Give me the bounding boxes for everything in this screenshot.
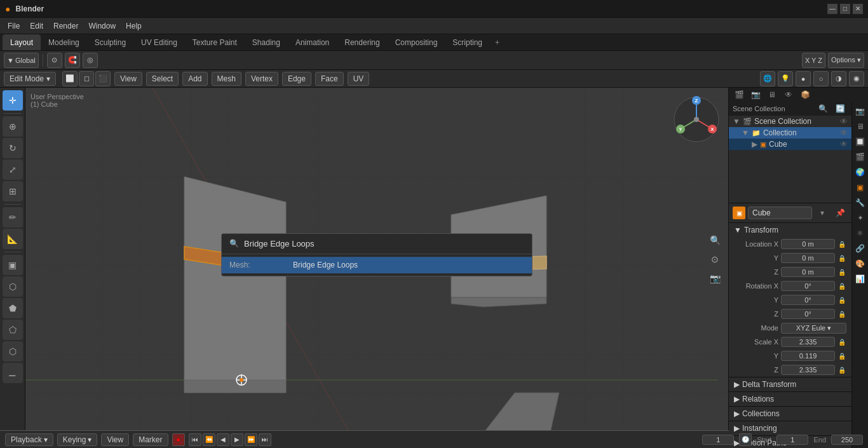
snap-toggle[interactable]: 🧲 bbox=[65, 53, 80, 68]
constraints-props-icon[interactable]: 🔗 bbox=[853, 241, 867, 255]
overlay-toggle[interactable]: 🌐 bbox=[760, 71, 775, 86]
rotation-y-value[interactable]: 0° bbox=[781, 295, 835, 305]
scale-y-lock[interactable]: 🔒 bbox=[837, 351, 846, 360]
tool-knife[interactable]: ⚊ bbox=[3, 363, 23, 383]
menu-file[interactable]: File bbox=[3, 20, 25, 32]
delta-transform-header[interactable]: ▶ Delta Transform bbox=[729, 377, 851, 391]
current-frame-field[interactable]: 1 bbox=[702, 435, 734, 445]
minimize-button[interactable]: — bbox=[827, 4, 837, 14]
play-button[interactable]: ▶ bbox=[231, 433, 243, 446]
tab-modeling[interactable]: Modeling bbox=[41, 34, 87, 50]
menu-edit[interactable]: Edit bbox=[25, 20, 48, 32]
zoom-to-fit-button[interactable]: ⊙ bbox=[707, 251, 723, 268]
tool-extrude[interactable]: ⬡ bbox=[3, 276, 23, 297]
view-menu[interactable]: View bbox=[114, 72, 142, 86]
render-mode-material[interactable]: ◑ bbox=[831, 71, 846, 86]
tool-rotate[interactable]: ↻ bbox=[3, 138, 23, 158]
zoom-camera-button[interactable]: 📷 bbox=[707, 270, 723, 287]
menu-help[interactable]: Help bbox=[121, 20, 147, 32]
data-props-icon[interactable]: 📊 bbox=[853, 272, 867, 286]
play-back-button[interactable]: ◀ bbox=[217, 433, 229, 446]
location-x-lock[interactable]: 🔒 bbox=[837, 240, 846, 248]
tab-shading[interactable]: Shading bbox=[245, 34, 288, 50]
search-input[interactable] bbox=[244, 239, 524, 248]
tab-uv-editing[interactable]: UV Editing bbox=[133, 34, 185, 50]
shading-toggle[interactable]: 💡 bbox=[778, 71, 793, 86]
add-workspace-button[interactable]: + bbox=[490, 34, 505, 50]
outliner-sync-icon[interactable]: 🔄 bbox=[832, 102, 848, 116]
keying-menu[interactable]: Keying ▾ bbox=[57, 433, 98, 446]
object-name-field[interactable]: Cube bbox=[748, 207, 812, 219]
scale-x-value[interactable]: 2.335 bbox=[781, 337, 835, 347]
rotation-y-lock[interactable]: 🔒 bbox=[837, 295, 846, 304]
maximize-button[interactable]: □ bbox=[840, 4, 850, 14]
face-menu[interactable]: Face bbox=[315, 72, 344, 86]
select-mode-edge[interactable]: ◻ bbox=[79, 71, 94, 86]
options-button[interactable]: Options ▾ bbox=[828, 53, 864, 68]
tab-texture-paint[interactable]: Texture Paint bbox=[185, 34, 245, 50]
outliner-scene-collection[interactable]: ▼ 🎬 Scene Collection 👁 bbox=[729, 116, 851, 127]
outliner-filter-icon[interactable]: 🔍 bbox=[815, 102, 831, 116]
scale-x-lock[interactable]: 🔒 bbox=[837, 337, 846, 346]
location-z-lock[interactable]: 🔒 bbox=[837, 268, 846, 276]
tool-scale[interactable]: ⤢ bbox=[3, 160, 23, 180]
edge-menu[interactable]: Edge bbox=[282, 72, 311, 86]
record-button[interactable]: ● bbox=[172, 433, 185, 446]
select-menu[interactable]: Select bbox=[146, 72, 179, 86]
panel-icon-output[interactable]: 🖥 bbox=[764, 88, 780, 102]
tab-sculpting[interactable]: Sculpting bbox=[87, 34, 133, 50]
world-props-icon[interactable]: 🌍 bbox=[853, 165, 867, 179]
rotation-z-value[interactable]: 0° bbox=[781, 309, 835, 319]
tool-bevel[interactable]: ⬠ bbox=[3, 320, 23, 340]
view-layer-icon[interactable]: 🔲 bbox=[853, 135, 867, 149]
render-props-icon[interactable]: 📷 bbox=[853, 104, 867, 118]
panel-icon-view[interactable]: 👁 bbox=[781, 88, 796, 102]
outliner-cube[interactable]: ▶ ▣ Cube 👁 bbox=[729, 139, 851, 150]
location-z-value[interactable]: 0 m bbox=[781, 267, 835, 277]
panel-icon-render[interactable]: 📷 bbox=[748, 88, 763, 102]
scale-z-lock[interactable]: 🔒 bbox=[837, 365, 846, 374]
pivot-point-selector[interactable]: ⊙ bbox=[47, 53, 62, 68]
jump-end-button[interactable]: ⏭ bbox=[259, 433, 271, 446]
mode-dropdown[interactable]: Edit Mode ▾ bbox=[4, 72, 56, 86]
playback-menu[interactable]: Playback ▾ bbox=[5, 433, 53, 446]
outliner-scene-visibility[interactable]: 👁 bbox=[840, 117, 848, 126]
collections-header[interactable]: ▶ Collections bbox=[729, 407, 851, 421]
rotation-mode-value[interactable]: XYZ Eule ▾ bbox=[781, 323, 846, 334]
tool-inset[interactable]: ⬟ bbox=[3, 298, 23, 318]
output-props-icon[interactable]: 🖥 bbox=[853, 119, 867, 133]
tool-transform[interactable]: ⊞ bbox=[3, 181, 23, 201]
outliner-collection-visibility[interactable]: 👁 bbox=[840, 128, 848, 137]
location-y-lock[interactable]: 🔒 bbox=[837, 254, 846, 262]
close-button[interactable]: ✕ bbox=[853, 4, 863, 14]
mesh-menu[interactable]: Mesh bbox=[212, 72, 241, 86]
object-type-dropdown[interactable]: ▾ bbox=[815, 206, 830, 220]
jump-start-button[interactable]: ⏮ bbox=[189, 433, 201, 446]
viewport-3d[interactable]: User Perspective (1) Cube Z X Y bbox=[25, 88, 728, 430]
tab-rendering[interactable]: Rendering bbox=[337, 34, 387, 50]
select-mode-vertex[interactable]: ⬜ bbox=[62, 71, 78, 86]
scene-props-icon[interactable]: 🎬 bbox=[853, 150, 867, 164]
zoom-in-button[interactable]: 🔍 bbox=[707, 232, 723, 248]
render-mode-rendered[interactable]: ◉ bbox=[849, 71, 864, 86]
render-mode-wireframe[interactable]: ○ bbox=[813, 71, 829, 86]
mode-selector[interactable]: ▼ Global bbox=[4, 53, 39, 68]
rotation-x-value[interactable]: 0° bbox=[781, 281, 835, 291]
panel-icon-scene[interactable]: 🎬 bbox=[731, 88, 747, 102]
relations-header[interactable]: ▶ Relations bbox=[729, 392, 851, 406]
tool-box-select[interactable]: ▣ bbox=[3, 255, 23, 275]
start-frame-field[interactable]: 1 bbox=[776, 435, 808, 445]
add-menu[interactable]: Add bbox=[182, 72, 207, 86]
physics-props-icon[interactable]: ⚛ bbox=[853, 226, 867, 240]
step-back-button[interactable]: ⏪ bbox=[203, 433, 215, 446]
uv-menu[interactable]: UV bbox=[348, 72, 370, 86]
tool-cursor[interactable]: ✛ bbox=[3, 90, 23, 111]
particle-props-icon[interactable]: ✦ bbox=[853, 211, 867, 225]
scale-z-value[interactable]: 2.335 bbox=[781, 365, 835, 375]
rotation-x-lock[interactable]: 🔒 bbox=[837, 282, 846, 290]
tab-layout[interactable]: Layout bbox=[3, 34, 41, 50]
menu-render[interactable]: Render bbox=[48, 20, 83, 32]
transform-header[interactable]: ▼ Transform bbox=[729, 223, 851, 237]
location-x-value[interactable]: 0 m bbox=[781, 239, 835, 249]
outliner-cube-visibility[interactable]: 👁 bbox=[840, 140, 848, 149]
